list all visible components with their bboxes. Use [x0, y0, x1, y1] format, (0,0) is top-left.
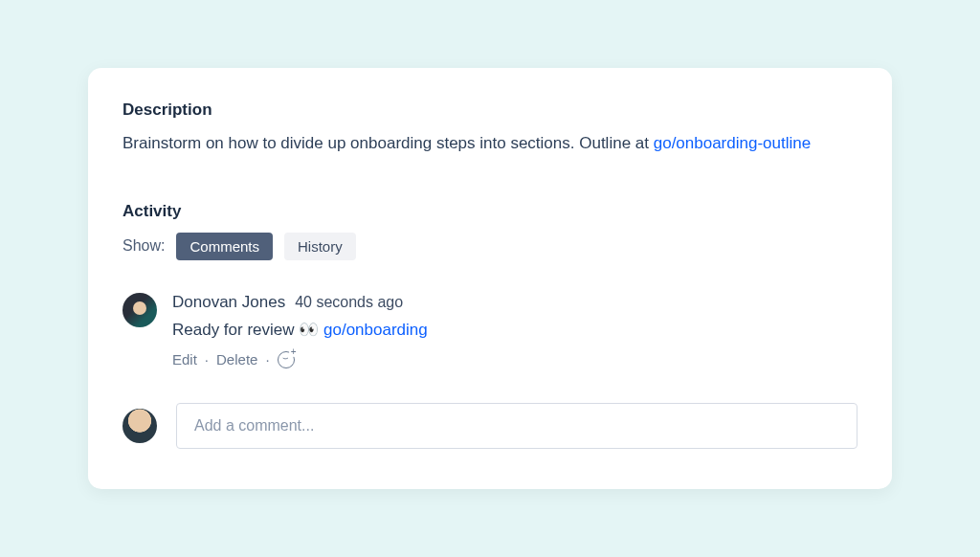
- tab-comments[interactable]: Comments: [176, 233, 273, 260]
- activity-filter-row: Show: Comments History: [122, 233, 858, 260]
- avatar[interactable]: [122, 293, 157, 327]
- comment-text: Ready for review 👀: [172, 321, 323, 339]
- comment-header: Donovan Jones 40 seconds ago: [172, 293, 858, 312]
- description-text: Brainstorm on how to divide up onboardin…: [122, 131, 858, 156]
- avatar[interactable]: [122, 409, 157, 443]
- show-label: Show:: [122, 237, 165, 255]
- comment-actions: Edit · Delete ·: [172, 351, 858, 368]
- description-heading: Description: [122, 100, 858, 120]
- comment-link[interactable]: go/onboarding: [323, 321, 428, 339]
- description-body: Brainstorm on how to divide up onboardin…: [122, 134, 654, 152]
- delete-button[interactable]: Delete: [216, 351, 257, 368]
- separator-dot: ·: [205, 351, 209, 368]
- comment-body: Ready for review 👀 go/onboarding: [172, 320, 858, 340]
- tab-history[interactable]: History: [284, 233, 356, 260]
- description-link[interactable]: go/onboarding-outline: [654, 134, 811, 152]
- comment-composer: [122, 403, 858, 449]
- comment-item: Donovan Jones 40 seconds ago Ready for r…: [122, 293, 858, 368]
- comment-timestamp: 40 seconds ago: [295, 294, 403, 311]
- issue-card: Description Brainstorm on how to divide …: [88, 68, 892, 489]
- comment-input[interactable]: [176, 403, 858, 449]
- activity-heading: Activity: [122, 202, 858, 221]
- comment-author[interactable]: Donovan Jones: [172, 293, 285, 312]
- edit-button[interactable]: Edit: [172, 351, 197, 368]
- add-reaction-icon[interactable]: [278, 351, 295, 368]
- comment-content: Donovan Jones 40 seconds ago Ready for r…: [172, 293, 858, 368]
- separator-dot: ·: [265, 351, 269, 368]
